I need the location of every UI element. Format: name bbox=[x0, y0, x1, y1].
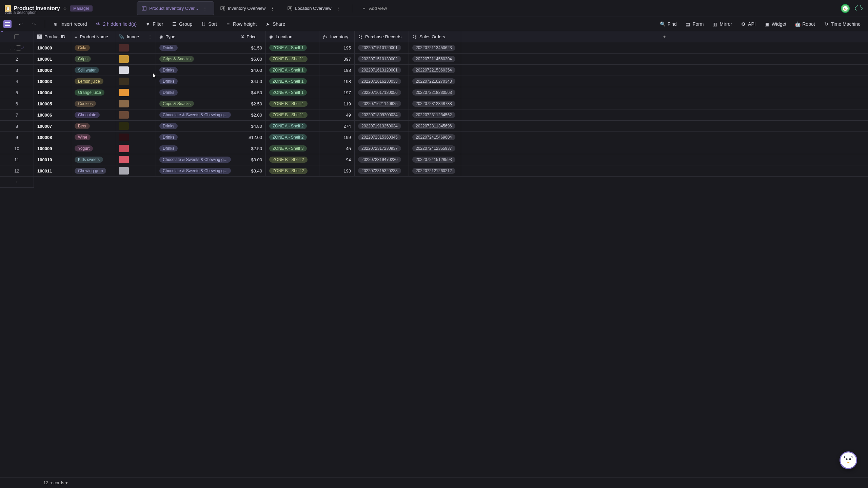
cell-inventory[interactable]: 49 bbox=[319, 109, 355, 121]
cell-inventory[interactable]: 94 bbox=[319, 154, 355, 165]
image-thumb[interactable] bbox=[119, 100, 129, 107]
description-placeholder[interactable]: Add a description bbox=[5, 10, 37, 15]
cell-purchase-records[interactable]: 2022071613120001 bbox=[355, 65, 409, 76]
cell-location[interactable]: ZONE B - Shelf 1 bbox=[266, 54, 319, 65]
row-number-cell[interactable]: 8 bbox=[0, 121, 34, 132]
tab-location-overview[interactable]: Location Overview ⋮ bbox=[283, 2, 347, 15]
purchase-record-pill[interactable]: 2022071510120001 bbox=[358, 45, 401, 51]
purchase-record-pill[interactable]: 2022071510130002 bbox=[358, 56, 401, 62]
cell-product-id[interactable]: 100011 bbox=[34, 165, 71, 177]
cell-image[interactable] bbox=[115, 143, 156, 154]
image-thumb[interactable] bbox=[119, 122, 129, 130]
undo-button[interactable]: ↶ bbox=[14, 20, 27, 28]
cell-product-id[interactable]: 100009 bbox=[34, 143, 71, 154]
cell-product-name[interactable]: Lemon juice bbox=[71, 76, 115, 87]
column-header-image[interactable]: 📎Image⋮ bbox=[115, 31, 156, 42]
sales-order-pill[interactable]: 2022072311234562 bbox=[412, 112, 455, 118]
row-height-button[interactable]: ≡Row height bbox=[222, 19, 261, 29]
sales-order-pill[interactable]: 2022072216270343 bbox=[412, 78, 455, 84]
cell-inventory[interactable]: 198 bbox=[319, 165, 355, 177]
hidden-fields-button[interactable]: 👁2 hidden field(s) bbox=[92, 19, 141, 29]
sales-order-pill[interactable]: 2022072412355937 bbox=[412, 145, 455, 151]
purchase-record-pill[interactable]: 2022072315360345 bbox=[358, 134, 401, 140]
sales-order-pill[interactable]: 2022072312348738 bbox=[412, 101, 455, 107]
share-button[interactable]: ➤Share bbox=[261, 19, 289, 29]
cell-purchase-records[interactable]: 2022072315320238 bbox=[355, 165, 409, 177]
purchase-record-pill[interactable]: 2022071613120001 bbox=[358, 67, 401, 73]
cell-image[interactable] bbox=[115, 54, 156, 65]
cell-purchase-records[interactable]: 2022071510130002 bbox=[355, 54, 409, 65]
cell-sales-orders[interactable]: 2022072311234562 bbox=[409, 109, 461, 121]
cell-purchase-records[interactable]: 2022071913250034 bbox=[355, 121, 409, 132]
add-view-button[interactable]: ＋ Add view bbox=[357, 3, 392, 14]
api-button[interactable]: ⚙API bbox=[737, 19, 760, 29]
cell-price[interactable]: $4.00 bbox=[238, 65, 266, 76]
cell-product-name[interactable]: Cookies bbox=[71, 98, 115, 109]
cell-location[interactable]: ZONE B - Shelf 2 bbox=[266, 165, 319, 177]
cell-price[interactable]: $4.80 bbox=[238, 121, 266, 132]
purchase-record-pill[interactable]: 2022071621140625 bbox=[358, 101, 401, 107]
purchase-record-pill[interactable]: 2022071913250034 bbox=[358, 123, 401, 129]
cell-product-id[interactable]: 100000 bbox=[34, 42, 71, 54]
cell-type[interactable]: Drinks bbox=[156, 121, 238, 132]
cell-purchase-records[interactable]: 2022071617120056 bbox=[355, 87, 409, 98]
cell-inventory[interactable]: 397 bbox=[319, 54, 355, 65]
sales-order-pill[interactable]: 2022072215360354 bbox=[412, 67, 455, 73]
purchase-record-pill[interactable]: 2022071617120056 bbox=[358, 89, 401, 96]
sort-button[interactable]: ⇅Sort bbox=[197, 19, 221, 29]
cell-price[interactable]: $2.50 bbox=[238, 143, 266, 154]
cell-type[interactable]: Crips & Snacks bbox=[156, 54, 238, 65]
cell-location[interactable]: ZONE B - Shelf 1 bbox=[266, 98, 319, 109]
widget-button[interactable]: ▣Widget bbox=[761, 19, 791, 29]
purchase-record-pill[interactable]: 2022072315320238 bbox=[358, 168, 401, 174]
image-thumb[interactable] bbox=[119, 78, 129, 85]
cell-image[interactable] bbox=[115, 109, 156, 121]
tab-menu-icon[interactable]: ⋮ bbox=[268, 4, 277, 12]
image-thumb[interactable] bbox=[119, 156, 129, 163]
column-header-checkbox[interactable] bbox=[0, 31, 34, 42]
cell-type[interactable]: Chocolate & Sweets & Chewing g… bbox=[156, 154, 238, 165]
drag-handle-icon[interactable]: ⋮⋮ bbox=[9, 46, 16, 50]
cell-product-id[interactable]: 100003 bbox=[34, 76, 71, 87]
column-header-product-name[interactable]: ≡Product Name bbox=[71, 31, 115, 42]
cell-inventory[interactable]: 198 bbox=[319, 65, 355, 76]
star-icon[interactable]: ☆ bbox=[63, 5, 67, 12]
add-column-button[interactable]: ＋ bbox=[461, 31, 868, 42]
image-thumb[interactable] bbox=[119, 145, 129, 152]
cell-sales-orders[interactable]: 2022072412355937 bbox=[409, 143, 461, 154]
cell-sales-orders[interactable]: 2022072312348738 bbox=[409, 98, 461, 109]
time-machine-button[interactable]: ↻Time Machine bbox=[820, 19, 865, 29]
column-header-inventory[interactable]: ƒxInventory bbox=[319, 31, 355, 42]
cell-type[interactable]: Drinks bbox=[156, 87, 238, 98]
cell-location[interactable]: ZONE B - Shelf 1 bbox=[266, 109, 319, 121]
cell-product-id[interactable]: 100005 bbox=[34, 98, 71, 109]
row-number-cell[interactable]: 11 bbox=[0, 154, 34, 165]
insert-record-button[interactable]: ⊕Insert record bbox=[49, 19, 91, 29]
filter-button[interactable]: ▼Filter bbox=[141, 19, 167, 29]
cell-type[interactable]: Chocolate & Sweets & Chewing g… bbox=[156, 109, 238, 121]
cell-purchase-records[interactable]: 2022071809200034 bbox=[355, 109, 409, 121]
cell-product-id[interactable]: 100004 bbox=[34, 87, 71, 98]
cell-inventory[interactable]: 45 bbox=[319, 143, 355, 154]
image-thumb[interactable] bbox=[119, 134, 129, 141]
sidebar-toggle[interactable] bbox=[3, 20, 12, 28]
sales-order-pill[interactable]: 2022072113450623 bbox=[412, 45, 455, 51]
image-thumb[interactable] bbox=[119, 111, 129, 119]
cell-sales-orders[interactable]: 2022072216270343 bbox=[409, 76, 461, 87]
cell-image[interactable] bbox=[115, 154, 156, 165]
cell-sales-orders[interactable]: 2022072215360354 bbox=[409, 65, 461, 76]
cell-price[interactable]: $2.50 bbox=[238, 98, 266, 109]
form-button[interactable]: ▤Form bbox=[682, 19, 708, 29]
tab-product-inventory[interactable]: Product Inventory Over... ⋮ bbox=[137, 1, 214, 15]
cell-sales-orders[interactable]: 2022072415128593 bbox=[409, 154, 461, 165]
cell-type[interactable]: Drinks bbox=[156, 132, 238, 143]
cell-type[interactable]: Crips & Snacks bbox=[156, 98, 238, 109]
column-header-type[interactable]: ◉Type bbox=[156, 31, 238, 42]
cell-product-name[interactable]: Crips bbox=[71, 54, 115, 65]
row-number-cell[interactable]: 10 bbox=[0, 143, 34, 154]
cell-price[interactable]: $3.40 bbox=[238, 165, 266, 177]
cell-product-id[interactable]: 100002 bbox=[34, 65, 71, 76]
image-thumb[interactable] bbox=[119, 89, 129, 96]
record-count[interactable]: 12 records ▾ bbox=[43, 480, 68, 485]
sales-order-pill[interactable]: 2022072114560304 bbox=[412, 56, 455, 62]
